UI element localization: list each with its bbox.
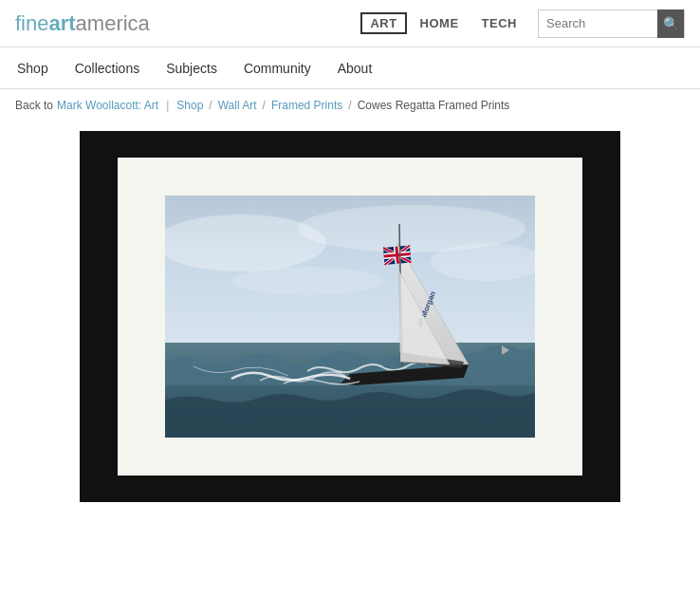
- logo-fine: fine: [15, 11, 48, 36]
- search-icon: 🔍: [663, 16, 679, 31]
- search-button[interactable]: 🔍: [657, 9, 684, 38]
- logo-america: america: [76, 11, 150, 36]
- search-box: 🔍: [538, 9, 685, 38]
- artist-link[interactable]: Mark Woollacott: Art: [57, 99, 158, 112]
- breadcrumb-current: Cowes Regatta Framed Prints: [358, 99, 510, 112]
- breadcrumb-framed-prints[interactable]: Framed Prints: [271, 99, 342, 112]
- back-to-label: Back to: [15, 99, 53, 112]
- main-content: JP Morgan: [0, 121, 700, 521]
- header-nav: ART HOME TECH: [360, 12, 526, 34]
- subnav-community[interactable]: Community: [242, 61, 313, 76]
- subnav-shop[interactable]: Shop: [15, 61, 50, 76]
- sep-2: /: [263, 99, 266, 112]
- search-input[interactable]: [539, 12, 657, 34]
- subnav-subjects[interactable]: Subjects: [164, 61, 219, 76]
- breadcrumb-pipe: |: [166, 99, 169, 112]
- breadcrumb-shop[interactable]: Shop: [176, 99, 203, 112]
- breadcrumb: Back to Mark Woollacott: Art | Shop / Wa…: [0, 89, 700, 121]
- artwork: JP Morgan: [165, 196, 535, 438]
- svg-point-4: [231, 267, 383, 295]
- frame-inner: JP Morgan: [118, 158, 582, 476]
- nav-home[interactable]: HOME: [411, 12, 469, 34]
- artwork-svg: JP Morgan: [165, 196, 535, 438]
- nav-art[interactable]: ART: [360, 12, 406, 34]
- sep-1: /: [209, 99, 212, 112]
- breadcrumb-wall-art[interactable]: Wall Art: [218, 99, 257, 112]
- logo-art: art: [48, 11, 75, 36]
- subnav: Shop Collections Subjects Community Abou…: [0, 47, 700, 89]
- site-logo[interactable]: fineartamerica: [15, 11, 150, 36]
- subnav-about[interactable]: About: [336, 61, 375, 76]
- frame-outer: JP Morgan: [80, 131, 620, 502]
- header: fineartamerica ART HOME TECH 🔍: [0, 0, 700, 47]
- nav-tech[interactable]: TECH: [472, 12, 526, 34]
- subnav-collections[interactable]: Collections: [73, 61, 141, 76]
- sep-3: /: [348, 99, 351, 112]
